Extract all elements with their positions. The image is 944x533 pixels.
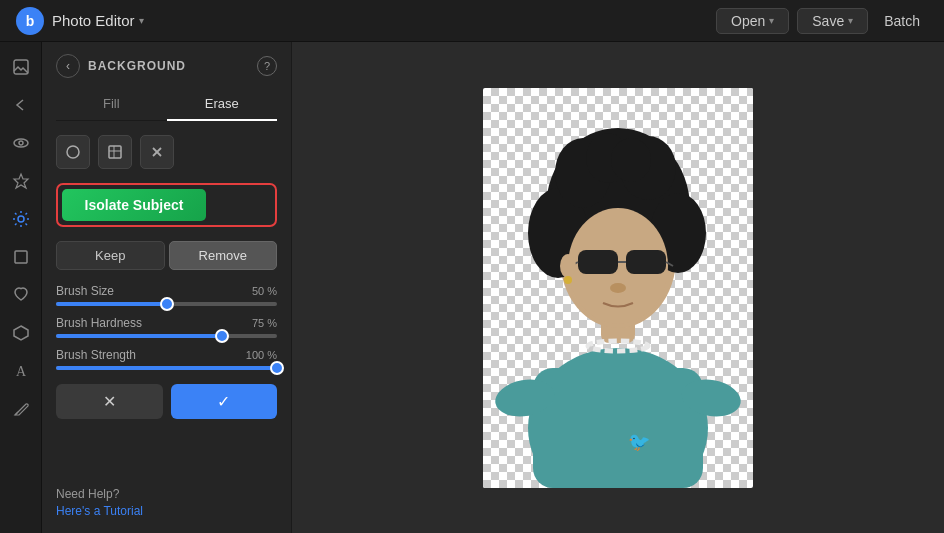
title-chevron-icon[interactable]: ▾: [139, 15, 144, 26]
brush-size-track[interactable]: [56, 302, 277, 306]
keep-button[interactable]: Keep: [56, 241, 165, 270]
panel-tabs: Fill Erase: [56, 88, 277, 121]
save-button[interactable]: Save ▾: [797, 8, 868, 34]
svg-text:A: A: [16, 364, 27, 379]
star-tool-icon[interactable]: [4, 164, 38, 198]
brush-hardness-thumb[interactable]: [215, 329, 229, 343]
rectangle-tool-icon[interactable]: [4, 240, 38, 274]
brush-strength-value: 100 %: [246, 349, 277, 361]
icon-bar: A: [0, 42, 42, 533]
clear-button[interactable]: [140, 135, 174, 169]
svg-rect-18: [109, 146, 121, 158]
brush-strength-label: Brush Strength: [56, 348, 136, 362]
text-tool-icon[interactable]: A: [4, 354, 38, 388]
tool-icons-row: [56, 135, 277, 169]
brush-hardness-fill: [56, 334, 222, 338]
heart-tool-icon[interactable]: [4, 278, 38, 312]
svg-text:🐦: 🐦: [628, 431, 651, 453]
help-heading: Need Help?: [56, 487, 277, 501]
draw-tool-icon[interactable]: [4, 392, 38, 426]
photo-container: 🐦: [483, 88, 753, 488]
brush-hardness-slider-row: Brush Hardness 75 %: [56, 316, 277, 338]
help-tutorial-link[interactable]: Here's a Tutorial: [56, 504, 143, 518]
brush-size-fill: [56, 302, 167, 306]
brush-hardness-value: 75 %: [252, 317, 277, 329]
shape-tool-icon[interactable]: [4, 316, 38, 350]
cancel-button[interactable]: ✕: [56, 384, 163, 419]
brush-hardness-label: Brush Hardness: [56, 316, 142, 330]
subject-image: 🐦: [483, 88, 753, 488]
effects-tool-icon[interactable]: [4, 202, 38, 236]
svg-rect-37: [626, 250, 666, 274]
svg-rect-36: [578, 250, 618, 274]
svg-line-11: [25, 213, 27, 215]
confirm-button[interactable]: ✓: [171, 384, 278, 419]
open-chevron-icon: ▾: [769, 15, 774, 26]
confirm-icon: ✓: [217, 392, 230, 411]
isolate-subject-wrapper: Isolate Subject: [56, 183, 277, 227]
remove-button[interactable]: Remove: [169, 241, 278, 270]
slider-group: Brush Size 50 % Brush Hardness 75 %: [56, 284, 277, 370]
help-section: Need Help? Here's a Tutorial: [42, 487, 291, 533]
svg-line-10: [25, 224, 27, 226]
svg-point-17: [67, 146, 79, 158]
brush-size-slider-row: Brush Size 50 %: [56, 284, 277, 306]
brush-strength-slider-row: Brush Strength 100 %: [56, 348, 277, 370]
svg-point-42: [560, 254, 576, 278]
app-logo: b: [16, 7, 44, 35]
tab-fill[interactable]: Fill: [56, 88, 167, 121]
isolate-subject-button[interactable]: Isolate Subject: [62, 189, 206, 221]
save-label: Save: [812, 13, 844, 29]
eye-tool-icon[interactable]: [4, 126, 38, 160]
back-button[interactable]: ‹: [56, 54, 80, 78]
main-layout: A ‹ BACKGROUND ? Fill Erase: [0, 42, 944, 533]
svg-point-34: [611, 138, 651, 182]
svg-point-43: [564, 276, 572, 284]
svg-point-1: [14, 139, 28, 147]
back-nav-icon[interactable]: [4, 88, 38, 122]
svg-marker-14: [14, 326, 28, 340]
brush-strength-track[interactable]: [56, 366, 277, 370]
batch-button[interactable]: Batch: [876, 9, 928, 33]
eraser-region-button[interactable]: [98, 135, 132, 169]
brush-size-value: 50 %: [252, 285, 277, 297]
open-label: Open: [731, 13, 765, 29]
svg-line-9: [15, 213, 17, 215]
cancel-icon: ✕: [103, 392, 116, 411]
open-button[interactable]: Open ▾: [716, 8, 789, 34]
app-title-text: Photo Editor: [52, 12, 135, 29]
tab-erase[interactable]: Erase: [167, 88, 278, 121]
brush-hardness-track[interactable]: [56, 334, 277, 338]
image-tool-icon[interactable]: [4, 50, 38, 84]
svg-rect-22: [533, 368, 703, 488]
keep-remove-row: Keep Remove: [56, 241, 277, 270]
circle-brush-button[interactable]: [56, 135, 90, 169]
action-row: ✕ ✓: [56, 384, 277, 419]
panel-header: ‹ BACKGROUND ?: [42, 42, 291, 88]
svg-marker-3: [14, 174, 28, 188]
save-chevron-icon: ▾: [848, 15, 853, 26]
panel-title: BACKGROUND: [88, 59, 249, 73]
svg-point-2: [19, 141, 23, 145]
svg-line-12: [15, 224, 17, 226]
brush-size-thumb[interactable]: [160, 297, 174, 311]
help-icon[interactable]: ?: [257, 56, 277, 76]
svg-point-41: [610, 283, 626, 293]
side-panel: ‹ BACKGROUND ? Fill Erase: [42, 42, 292, 533]
app-title: Photo Editor ▾: [52, 12, 144, 29]
canvas-area[interactable]: 🐦: [292, 42, 944, 533]
panel-content: Isolate Subject Keep Remove Brush Size 5…: [42, 121, 291, 487]
topbar: b Photo Editor ▾ Open ▾ Save ▾ Batch: [0, 0, 944, 42]
brush-size-label: Brush Size: [56, 284, 114, 298]
brush-strength-fill: [56, 366, 277, 370]
svg-rect-13: [15, 251, 27, 263]
brush-strength-thumb[interactable]: [270, 361, 284, 375]
svg-point-4: [18, 216, 24, 222]
topbar-actions: Open ▾ Save ▾ Batch: [716, 8, 928, 34]
